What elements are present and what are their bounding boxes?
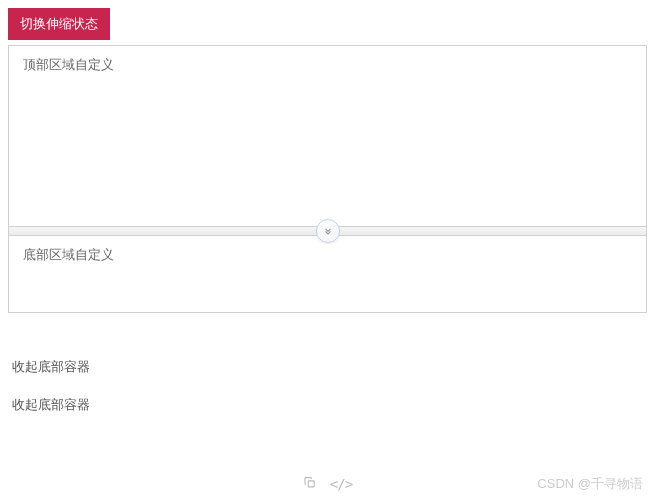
splitter-handle[interactable] bbox=[316, 219, 340, 243]
toggle-stretch-button[interactable]: 切换伸缩状态 bbox=[8, 8, 110, 40]
footer-bar: </> CSDN @千寻物语 bbox=[0, 475, 655, 493]
link-list: 收起底部容器 收起底部容器 bbox=[8, 348, 647, 424]
collapse-bottom-link[interactable]: 收起底部容器 bbox=[8, 386, 647, 424]
top-panel: 顶部区域自定义 bbox=[8, 45, 647, 227]
svg-rect-0 bbox=[308, 481, 314, 487]
bottom-panel-text: 底部区域自定义 bbox=[23, 246, 632, 264]
top-panel-text: 顶部区域自定义 bbox=[23, 56, 632, 74]
chevron-down-icon bbox=[323, 222, 333, 240]
splitter-bar[interactable] bbox=[8, 227, 647, 235]
watermark-text: CSDN @千寻物语 bbox=[537, 475, 643, 493]
bottom-panel: 底部区域自定义 bbox=[8, 235, 647, 313]
collapse-bottom-link[interactable]: 收起底部容器 bbox=[8, 348, 647, 386]
code-icon[interactable]: </> bbox=[330, 476, 352, 492]
copy-icon[interactable] bbox=[303, 476, 316, 492]
